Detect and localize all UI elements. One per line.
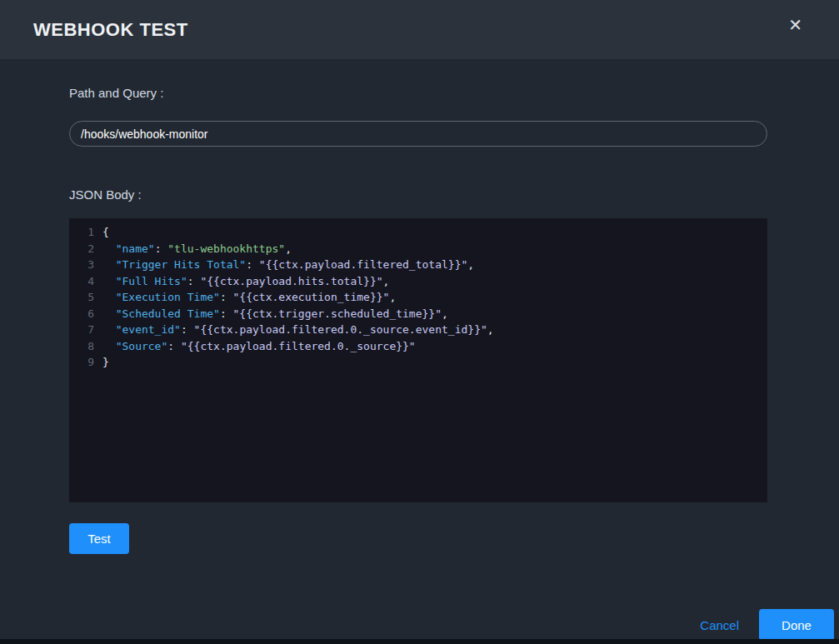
code-line: 2 "name": "tlu-webhookhttps", — [69, 241, 767, 257]
dialog-header: WEBHOOK TEST — [0, 0, 839, 60]
code-line-content: } — [102, 354, 767, 371]
line-number: 3 — [69, 257, 102, 273]
code-line-content: "Source": "{{ctx.payload.filtered.0._sou… — [102, 338, 767, 355]
path-query-input[interactable] — [69, 121, 767, 147]
code-line-content: "Full Hits": "{{ctx.payload.hits.total}}… — [102, 273, 767, 290]
code-line: 6 "Scheduled Time": "{{ctx.trigger.sched… — [69, 306, 767, 322]
line-number: 6 — [69, 306, 102, 322]
code-line-content: "name": "tlu-webhookhttps", — [102, 241, 767, 257]
code-line: 4 "Full Hits": "{{ctx.payload.hits.total… — [69, 273, 767, 290]
line-number: 4 — [69, 273, 102, 290]
close-icon[interactable]: ✕ — [788, 17, 802, 33]
test-button[interactable]: Test — [69, 523, 129, 554]
code-line: 5 "Execution Time": "{{ctx.execution_tim… — [69, 289, 767, 306]
json-editor-lines: 1{2 "name": "tlu-webhookhttps",3 "Trigge… — [69, 224, 767, 371]
line-number: 9 — [69, 354, 102, 371]
code-line-content: "event_id": "{{ctx.payload.filtered.0._s… — [102, 322, 767, 338]
code-line: 9} — [69, 354, 767, 371]
code-line: 7 "event_id": "{{ctx.payload.filtered.0.… — [69, 322, 767, 338]
line-number: 7 — [69, 322, 102, 338]
line-number: 5 — [69, 289, 102, 306]
code-line-content: "Execution Time": "{{ctx.execution_time}… — [102, 289, 767, 306]
cancel-button[interactable]: Cancel — [700, 618, 739, 632]
path-query-label: Path and Query : — [69, 60, 767, 101]
line-number: 2 — [69, 241, 102, 257]
line-number: 8 — [69, 338, 102, 355]
code-line: 3 "Trigger Hits Total": "{{ctx.payload.f… — [69, 257, 767, 273]
code-line-content: "Trigger Hits Total": "{{ctx.payload.fil… — [102, 257, 767, 273]
line-number: 1 — [69, 224, 102, 241]
code-line: 1{ — [69, 224, 767, 241]
json-body-editor[interactable]: 1{2 "name": "tlu-webhookhttps",3 "Trigge… — [69, 218, 767, 502]
webhook-test-dialog: WEBHOOK TEST ✕ Path and Query : JSON Bod… — [0, 0, 839, 644]
page-edge — [0, 639, 839, 644]
code-line-content: "Scheduled Time": "{{ctx.trigger.schedul… — [102, 306, 767, 322]
dialog-body: Path and Query : JSON Body : 1{2 "name":… — [69, 60, 767, 554]
dialog-title: WEBHOOK TEST — [33, 19, 188, 41]
dialog-footer: Cancel Done — [0, 609, 839, 641]
code-line-content: { — [102, 224, 767, 241]
json-body-label: JSON Body : — [69, 187, 767, 202]
code-line: 8 "Source": "{{ctx.payload.filtered.0._s… — [69, 338, 767, 355]
done-button[interactable]: Done — [759, 609, 834, 641]
